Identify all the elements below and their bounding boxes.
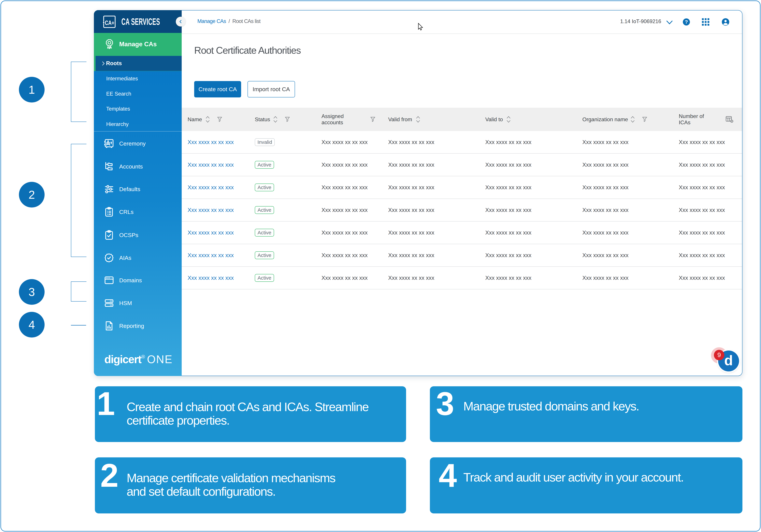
svg-text:CA+: CA+ xyxy=(105,20,114,26)
